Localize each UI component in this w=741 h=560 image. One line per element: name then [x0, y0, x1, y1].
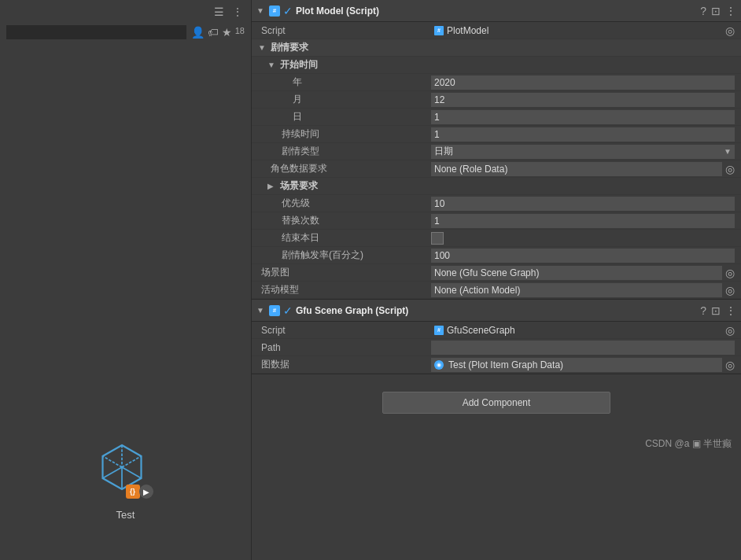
script-icon-gfu: #: [269, 305, 280, 316]
role-data-row: 角色数据要求 None (Role Data) ◎: [252, 160, 741, 178]
collapse-arrow-gfu[interactable]: ▼: [256, 306, 266, 315]
story-type-select-container: 日期 ▼: [431, 145, 735, 159]
add-component-container: Add Component: [252, 374, 741, 431]
circle-btn-role[interactable]: ◎: [725, 163, 735, 175]
script-icon-plot: #: [269, 6, 280, 17]
day-row: 日 1: [252, 109, 741, 126]
script-value-plot: # PlotModel: [431, 24, 722, 38]
scene-req-label: 场景要求: [280, 179, 318, 193]
gfu-title: Gfu Scene Graph (Script): [296, 305, 697, 316]
scenario-label: 剧情要求: [271, 41, 308, 54]
plot-item-icon: ◉: [434, 360, 444, 370]
script-row-gfu: Script # GfuSceneGraph ◎: [252, 322, 741, 339]
day-value[interactable]: 1: [431, 110, 735, 124]
search-icons: 👤 🏷 ★ 18: [191, 26, 245, 39]
script-icon-small-plot: #: [434, 26, 444, 35]
scene-graph-row: 场景图 None (Gfu Scene Graph) ◎: [252, 264, 741, 282]
help-icon-gfu[interactable]: ?: [700, 304, 706, 317]
scenario-arrow[interactable]: ▼: [258, 43, 267, 52]
priority-value[interactable]: 10: [431, 197, 735, 211]
plot-model-header-icons: ? ⊡ ⋮: [700, 5, 736, 17]
scene-graph-label: 场景图: [258, 266, 431, 279]
more-icon-plot[interactable]: ⋮: [725, 5, 736, 17]
trigger-rate-label: 剧情触发率(百分之): [258, 249, 431, 262]
path-row: Path: [252, 339, 741, 356]
end-today-row: 结束本日: [252, 230, 741, 247]
priority-label: 优先级: [258, 197, 431, 210]
story-type-value: 日期: [434, 145, 453, 158]
layout-icon-plot[interactable]: ⊡: [711, 5, 721, 17]
star-icon[interactable]: ★: [222, 26, 232, 39]
story-type-select[interactable]: 日期 ▼: [431, 145, 735, 159]
svg-line-6: [102, 467, 122, 478]
month-value[interactable]: 12: [431, 93, 735, 107]
left-top-bar: ☰ ⋮: [0, 0, 251, 24]
help-icon-plot[interactable]: ?: [700, 5, 706, 17]
more-icon[interactable]: ⋮: [230, 4, 245, 20]
graph-data-label: 图数据: [258, 358, 431, 371]
hamburger-icon[interactable]: ☰: [212, 4, 226, 20]
search-bar: 👤 🏷 ★ 18: [0, 24, 251, 41]
end-today-checkbox[interactable]: [431, 232, 444, 245]
role-data-value[interactable]: None (Role Data): [431, 162, 722, 176]
script-icon-small-gfu: #: [434, 326, 444, 335]
tag-icon[interactable]: 🏷: [208, 26, 219, 39]
start-time-label: 开始时间: [280, 58, 318, 72]
path-value[interactable]: [431, 341, 735, 355]
script-row-plot: Script # PlotModel ◎: [252, 22, 741, 39]
gfu-header: ▼ # ✓ Gfu Scene Graph (Script) ? ⊡ ⋮: [252, 300, 741, 322]
day-label: 日: [258, 110, 431, 123]
story-type-row: 剧情类型 日期 ▼: [252, 143, 741, 160]
month-label: 月: [258, 93, 431, 106]
add-component-button[interactable]: Add Component: [382, 392, 610, 414]
person-icon[interactable]: 👤: [191, 26, 205, 39]
check-icon-gfu[interactable]: ✓: [283, 304, 293, 317]
replace-count-label: 替换次数: [258, 214, 431, 227]
replace-count-value[interactable]: 1: [431, 214, 735, 228]
check-icon-plot[interactable]: ✓: [283, 5, 293, 17]
circle-btn-script-plot[interactable]: ◎: [725, 24, 735, 37]
action-model-value[interactable]: None (Action Model): [431, 283, 722, 297]
scene-graph-value[interactable]: None (Gfu Scene Graph): [431, 266, 722, 280]
gfu-scene-graph-block: ▼ # ✓ Gfu Scene Graph (Script) ? ⊡ ⋮ Scr…: [252, 300, 741, 374]
graph-data-text: Test (Plot Item Graph Data): [448, 359, 563, 370]
right-panel: ▼ # ✓ Plot Model (Script) ? ⊡ ⋮ Script #…: [252, 0, 741, 560]
circle-btn-scene-graph[interactable]: ◎: [725, 267, 735, 279]
svg-line-5: [122, 467, 142, 478]
duration-label: 持续时间: [258, 127, 431, 141]
play-badge: ▶: [139, 484, 153, 499]
more-icon-gfu[interactable]: ⋮: [725, 304, 736, 317]
duration-row: 持续时间 1: [252, 126, 741, 143]
script-name-plot: PlotModel: [447, 25, 488, 36]
graph-data-row: 图数据 ◉ Test (Plot Item Graph Data) ◎: [252, 356, 741, 374]
role-data-label: 角色数据要求: [258, 162, 431, 175]
script-value-gfu: # GfuSceneGraph: [431, 323, 722, 337]
count-badge: 18: [235, 26, 245, 39]
layout-icon-gfu[interactable]: ⊡: [711, 304, 721, 317]
action-model-label: 活动模型: [258, 283, 431, 297]
duration-value[interactable]: 1: [431, 127, 735, 142]
trigger-rate-row: 剧情触发率(百分之) 100: [252, 247, 741, 264]
script-name-gfu: GfuSceneGraph: [447, 325, 515, 336]
year-value[interactable]: 2020: [431, 76, 735, 90]
collapse-arrow-plot[interactable]: ▼: [256, 6, 266, 15]
asset-label: Test: [116, 509, 135, 521]
script-label-plot: Script: [258, 25, 431, 36]
start-time-section: ▼ 开始时间: [252, 57, 741, 74]
search-input[interactable]: [6, 25, 186, 39]
circle-btn-graph-data[interactable]: ◎: [725, 359, 735, 371]
circle-btn-action-model[interactable]: ◎: [725, 284, 735, 297]
start-time-arrow[interactable]: ▼: [267, 61, 277, 69]
trigger-rate-value[interactable]: 100: [431, 249, 735, 263]
circle-btn-script-gfu[interactable]: ◎: [725, 324, 735, 337]
action-model-row: 活动模型 None (Action Model) ◎: [252, 282, 741, 299]
scene-req-arrow[interactable]: ▶: [267, 182, 277, 190]
graph-data-value[interactable]: ◉ Test (Plot Item Graph Data): [431, 358, 722, 372]
scenario-section: ▼ 剧情要求: [252, 39, 741, 57]
year-label: 年: [258, 76, 431, 89]
watermark: CSDN @a ▣ 半世癫: [252, 431, 741, 457]
script-ref-gfu: # GfuSceneGraph: [434, 325, 515, 336]
scene-req-section: ▶ 场景要求: [252, 178, 741, 195]
asset-icon-wrapper: {} ▶: [94, 440, 157, 503]
plot-model-block: ▼ # ✓ Plot Model (Script) ? ⊡ ⋮ Script #…: [252, 0, 741, 300]
